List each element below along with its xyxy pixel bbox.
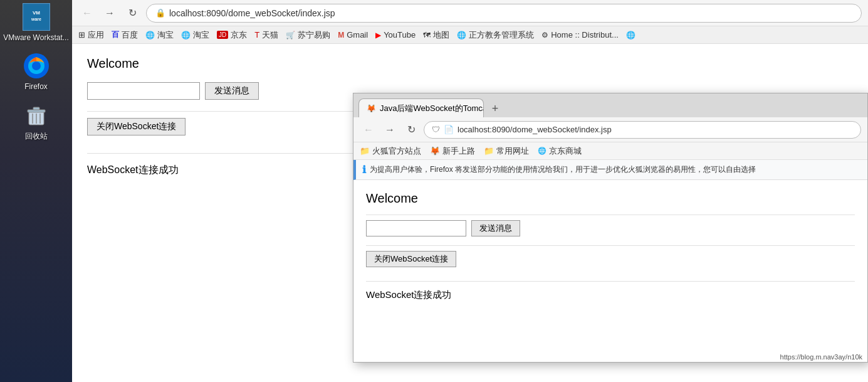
suning-label: 苏宁易购 — [298, 29, 330, 41]
url-footer: https://blog.m.nav3ay/n10k — [780, 353, 862, 361]
distribut-icon: ⚙ — [541, 31, 548, 40]
bookmark2-jd[interactable]: 🌐 京东商城 — [538, 146, 582, 157]
second-page-icon: 📄 — [444, 125, 454, 134]
extra-icon: 🌐 — [626, 31, 635, 40]
baidu-label: 百度 — [122, 29, 138, 41]
second-divider1 — [366, 215, 855, 215]
suning-icon: 🛒 — [286, 31, 295, 40]
address-bar[interactable]: 🔒 localhost:8090/dome_webSocket/index.js… — [146, 4, 862, 23]
bookmark-zf[interactable]: 🌐 正方教务管理系统 — [457, 29, 534, 41]
vmware-icon[interactable]: VM ware VMware Workstat... — [3, 3, 68, 42]
firefox-icon[interactable]: Firefox — [23, 52, 50, 91]
baidu-icon: 百 — [112, 29, 119, 40]
recycle-bin-img — [23, 101, 50, 129]
tmall-label: 天猫 — [262, 29, 278, 41]
gmail-label: Gmail — [347, 30, 368, 40]
svg-rect-7 — [28, 110, 45, 112]
second-browser-window: 🦊 Java后端WebSocket的Tomcat实现 × + ← → ↻ 🛡 📄… — [353, 93, 868, 363]
bookmark-jd[interactable]: JD 京东 — [217, 29, 247, 41]
close-websocket-button[interactable]: 关闭WebSocket连接 — [87, 118, 186, 135]
bookmark2-common-icon: 📁 — [484, 146, 494, 156]
message-input[interactable] — [87, 82, 200, 100]
bookmark-taobao2[interactable]: 🌐 淘宝 — [181, 29, 209, 41]
bookmark-taobao1[interactable]: 🌐 淘宝 — [145, 29, 174, 41]
second-shield-icon: 🛡 — [432, 125, 440, 134]
svg-rect-8 — [33, 107, 39, 110]
page1-title: Welcome — [87, 56, 853, 71]
info-icon: ℹ — [362, 164, 366, 176]
youtube-label: YouTube — [384, 30, 416, 40]
bookmark-apps[interactable]: ⊞ 应用 — [78, 29, 104, 41]
second-address-bar[interactable]: 🛡 📄 localhost:8090/dome_webSocket/index.… — [424, 121, 861, 139]
recycle-bin-icon[interactable]: 回收站 — [23, 101, 50, 142]
second-back-button[interactable]: ← — [360, 121, 377, 139]
bookmark-distribut[interactable]: ⚙ Home :: Distribut... — [541, 30, 619, 40]
address-text: localhost:8090/dome_webSocket/index.jsp — [169, 8, 335, 18]
second-bookmarks-bar: 📁 火狐官方站点 🦊 新手上路 📁 常用网址 🌐 京东商城 — [353, 142, 867, 160]
bookmark2-newbie[interactable]: 🦊 新手上路 — [430, 146, 475, 157]
second-tab-bar: 🦊 Java后端WebSocket的Tomcat实现 × + — [353, 93, 867, 117]
bookmark2-folder-icon: 📁 — [360, 146, 370, 156]
second-send-button[interactable]: 发送消息 — [471, 220, 520, 236]
apps-label: 应用 — [88, 29, 104, 41]
tab-favicon: 🦊 — [367, 104, 376, 113]
firefox-icon-img — [23, 52, 50, 80]
vmware-icon-img: VM ware — [23, 3, 50, 31]
jd-icon: JD — [217, 31, 228, 39]
taobao1-label: 淘宝 — [157, 29, 174, 41]
second-message-input[interactable] — [366, 220, 466, 236]
maps-icon: 🗺 — [423, 31, 431, 40]
svg-text:VM: VM — [33, 10, 40, 16]
distribut-label: Home :: Distribut... — [551, 30, 619, 40]
youtube-icon: ▶ — [375, 31, 381, 40]
forward-button[interactable]: → — [101, 4, 118, 22]
bookmark2-jd-label: 京东商城 — [549, 146, 582, 157]
firefox-label: Firefox — [24, 82, 48, 91]
bookmark-maps[interactable]: 🗺 地图 — [423, 29, 449, 41]
bookmark-extra[interactable]: 🌐 — [626, 31, 635, 40]
apps-icon: ⊞ — [78, 30, 85, 40]
bookmark2-newbie-label: 新手上路 — [442, 146, 475, 157]
second-address-text: localhost:8090/dome_webSocket/index.jsp — [458, 125, 612, 134]
bookmark2-jd-icon: 🌐 — [538, 147, 546, 155]
refresh-button[interactable]: ↻ — [123, 4, 141, 22]
bookmark2-huhu[interactable]: 📁 火狐官方站点 — [360, 146, 421, 157]
tmall-icon: T — [254, 30, 259, 40]
second-websocket-status: WebSocket连接成功 — [366, 289, 855, 301]
zf-label: 正方教务管理系统 — [469, 29, 534, 41]
second-page-content: Welcome 发送消息 关闭WebSocket连接 WebSocket连接成功 — [353, 180, 867, 362]
second-refresh-button[interactable]: ↻ — [402, 121, 420, 139]
second-divider3 — [366, 281, 855, 282]
second-forward-button[interactable]: → — [381, 121, 399, 139]
bookmark-suning[interactable]: 🛒 苏宁易购 — [286, 29, 330, 41]
browser-navbar: ← → ↻ 🔒 localhost:8090/dome_webSocket/in… — [72, 0, 868, 26]
bookmark2-common-label: 常用网址 — [496, 146, 529, 157]
second-page-title: Welcome — [366, 191, 855, 206]
bookmark2-firefox-icon: 🦊 — [430, 146, 440, 156]
svg-text:ware: ware — [31, 17, 41, 21]
bookmark2-common[interactable]: 📁 常用网址 — [484, 146, 529, 157]
svg-point-5 — [32, 61, 41, 70]
bookmark-youtube[interactable]: ▶ YouTube — [375, 30, 416, 40]
taobao2-icon: 🌐 — [181, 31, 191, 40]
bookmark-gmail[interactable]: M Gmail — [338, 30, 368, 40]
maps-label: 地图 — [433, 29, 449, 41]
active-tab[interactable]: 🦊 Java后端WebSocket的Tomcat实现 × — [358, 98, 484, 117]
lock-icon: 🔒 — [155, 8, 165, 18]
bookmark-tmall[interactable]: T 天猫 — [254, 29, 278, 41]
gmail-icon: M — [338, 31, 344, 40]
taobao1-icon: 🌐 — [145, 31, 155, 40]
bookmarks-toolbar: ⊞ 应用 百 百度 🌐 淘宝 🌐 淘宝 JD 京东 T 天猫 🛒 苏宁易购 M — [72, 26, 868, 44]
second-close-websocket-button[interactable]: 关闭WebSocket连接 — [366, 251, 456, 267]
back-button[interactable]: ← — [78, 4, 96, 22]
second-divider2 — [366, 245, 855, 246]
send-button[interactable]: 发送消息 — [205, 82, 259, 100]
zf-icon: 🌐 — [457, 31, 466, 40]
desktop-sidebar: VM ware VMware Workstat... Firefox — [0, 0, 72, 382]
tab-title: Java后端WebSocket的Tomcat实现 — [380, 103, 484, 114]
second-input-row: 发送消息 — [366, 220, 855, 236]
bookmark-baidu[interactable]: 百 百度 — [112, 29, 138, 41]
recycle-bin-label: 回收站 — [25, 131, 48, 142]
new-tab-button[interactable]: + — [486, 100, 504, 117]
second-info-bar: ℹ 为提高用户体验，Firefox 将发送部分功能的使用情况给我们，用于进一步优… — [353, 160, 867, 180]
